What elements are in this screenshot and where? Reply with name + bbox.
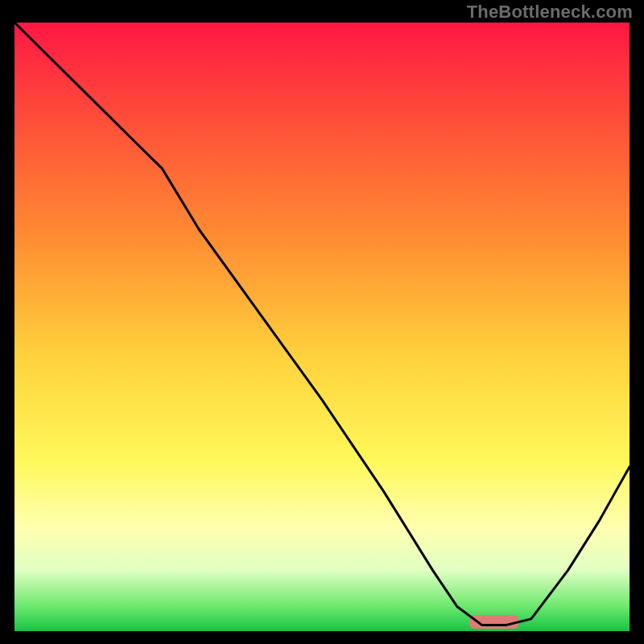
plot-frame bbox=[14, 23, 630, 631]
chart-page: TheBottleneck.com bbox=[0, 0, 644, 644]
watermark-text: TheBottleneck.com bbox=[467, 2, 633, 23]
bottleneck-plot bbox=[14, 23, 630, 631]
